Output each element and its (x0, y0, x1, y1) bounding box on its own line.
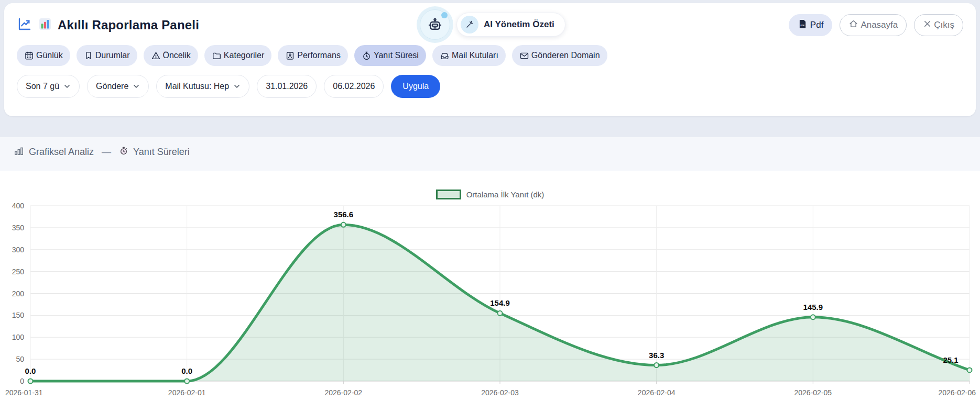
header-card: Akıllı Raporlama Paneli AI Yönetim Ö (4, 3, 976, 116)
pdf-label: Pdf (810, 20, 824, 30)
folder-icon (212, 51, 222, 61)
svg-text:200: 200 (12, 289, 25, 298)
apply-button[interactable]: Uygula (391, 75, 440, 98)
svg-text:145.9: 145.9 (803, 303, 823, 311)
chevron-down-icon (233, 83, 241, 90)
bars-icon (14, 146, 24, 159)
pdf-button[interactable]: PDF Pdf (789, 14, 833, 36)
svg-text:250: 250 (12, 268, 25, 276)
id-badge-icon (285, 51, 295, 61)
svg-text:36.3: 36.3 (649, 351, 664, 360)
header-row: Akıllı Raporlama Paneli AI Yönetim Ö (4, 3, 976, 38)
svg-text:154.9: 154.9 (490, 298, 510, 307)
svg-text:2026-02-04: 2026-02-04 (638, 388, 676, 397)
tab-kategoriler[interactable]: Kategoriler (204, 45, 271, 66)
bar-chart-emoji-icon (38, 17, 52, 34)
chevron-down-icon (63, 83, 71, 90)
tab-mail-kutular-[interactable]: Mail Kutuları (432, 45, 506, 66)
date-from-input[interactable]: 31.01.2026 (257, 75, 317, 98)
svg-text:356.6: 356.6 (334, 210, 354, 219)
svg-text:PDF: PDF (800, 25, 804, 27)
tab-durumlar[interactable]: Durumlar (77, 45, 137, 66)
tab-label: Öncelik (163, 51, 191, 60)
tab-label: Kategoriler (224, 51, 264, 60)
sender-value: Göndere (96, 82, 128, 91)
tab--ncelik[interactable]: Öncelik (144, 45, 198, 66)
main-panel: Grafiksel Analiz — Yanıt Süreleri Ortala… (0, 137, 980, 412)
section-title-text: Grafiksel Analiz (29, 147, 94, 158)
tab-label: Performans (297, 51, 341, 60)
bookmark-icon (84, 51, 93, 60)
header-right: PDF Pdf Anasayfa Çıkış (789, 14, 963, 36)
svg-text:2026-02-01: 2026-02-01 (168, 388, 206, 397)
ai-summary-label: AI Yönetim Özeti (484, 19, 554, 30)
section-subtitle-text: Yanıt Süreleri (133, 147, 190, 158)
svg-text:0.0: 0.0 (25, 366, 36, 375)
tab-g-nderen-domain[interactable]: Gönderen Domain (512, 45, 607, 66)
stopwatch-icon (362, 51, 372, 61)
ai-summary-button[interactable]: AI Yönetim Özeti (456, 13, 565, 37)
envelope-icon (519, 51, 529, 61)
svg-text:2026-02-03: 2026-02-03 (481, 388, 519, 397)
calendar-icon (24, 51, 34, 61)
section-separator: — (99, 147, 114, 158)
svg-text:25.1: 25.1 (943, 355, 958, 364)
chevron-down-icon (133, 83, 140, 90)
ai-robot-button[interactable] (420, 9, 450, 40)
svg-text:400: 400 (12, 202, 25, 210)
date-from-value: 31.01.2026 (266, 82, 308, 91)
chart-legend[interactable]: Ortalama İlk Yanıt (dk) (436, 190, 545, 199)
section-title: Grafiksel Analiz — Yanıt Süreleri (14, 146, 190, 159)
tab-label: Durumlar (95, 51, 130, 60)
tab-label: Mail Kutuları (452, 51, 498, 60)
filters-row: Son 7 gü Göndere Mail Kutusu: Hep 31.01.… (4, 66, 976, 98)
chart-area: Ortalama İlk Yanıt (dk) 0501001502002503… (0, 171, 980, 412)
notification-dot-icon (441, 12, 448, 18)
exit-button[interactable]: Çıkış (914, 14, 963, 36)
svg-text:2026-02-06: 2026-02-06 (938, 388, 976, 397)
magic-wand-icon (461, 16, 478, 34)
date-to-input[interactable]: 06.02.2026 (324, 75, 384, 98)
home-button[interactable]: Anasayfa (840, 14, 907, 36)
svg-text:350: 350 (12, 224, 25, 232)
date-range-value: Son 7 gü (26, 82, 59, 91)
home-icon (848, 19, 858, 31)
tab-label: Yanıt Süresi (374, 51, 419, 60)
response-time-chart[interactable]: 0501001502002503003504002026-01-312026-0… (0, 201, 980, 409)
svg-text:50: 50 (16, 355, 24, 363)
tab-bar: GünlükDurumlarÖncelikKategorilerPerforma… (4, 38, 976, 66)
legend-label: Ortalama İlk Yanıt (dk) (466, 190, 545, 199)
svg-text:0.0: 0.0 (181, 366, 192, 375)
tab-g-nl-k[interactable]: Günlük (17, 45, 70, 66)
mailbox-select[interactable]: Mail Kutusu: Hep (156, 75, 249, 98)
svg-text:2026-02-02: 2026-02-02 (325, 388, 363, 397)
tab-label: Gönderen Domain (531, 51, 600, 60)
date-range-select[interactable]: Son 7 gü (17, 75, 80, 98)
header-left: Akıllı Raporlama Paneli (17, 16, 199, 34)
tab-performans[interactable]: Performans (278, 45, 348, 66)
svg-text:300: 300 (12, 246, 25, 254)
inbox-icon (440, 51, 450, 61)
svg-text:150: 150 (12, 311, 25, 319)
svg-text:2026-02-05: 2026-02-05 (794, 388, 832, 397)
stopwatch-small-icon (119, 146, 128, 158)
pdf-file-icon: PDF (798, 19, 808, 32)
page-title: Akıllı Raporlama Paneli (58, 18, 199, 32)
trend-chart-icon (17, 16, 32, 34)
mailbox-value: Mail Kutusu: Hep (165, 82, 229, 91)
svg-text:2026-01-31: 2026-01-31 (5, 388, 43, 397)
close-icon (923, 19, 932, 31)
sender-select[interactable]: Göndere (87, 75, 149, 98)
home-label: Anasayfa (861, 20, 898, 30)
svg-text:0: 0 (20, 377, 24, 385)
date-to-value: 06.02.2026 (333, 82, 375, 91)
tab-yan-t-s-resi[interactable]: Yanıt Süresi (354, 45, 426, 66)
warning-icon (151, 51, 161, 61)
legend-swatch (436, 190, 461, 199)
svg-text:100: 100 (12, 333, 25, 341)
header-center: AI Yönetim Özeti (420, 9, 565, 40)
tab-label: Günlük (36, 51, 63, 60)
exit-label: Çıkış (934, 20, 954, 30)
